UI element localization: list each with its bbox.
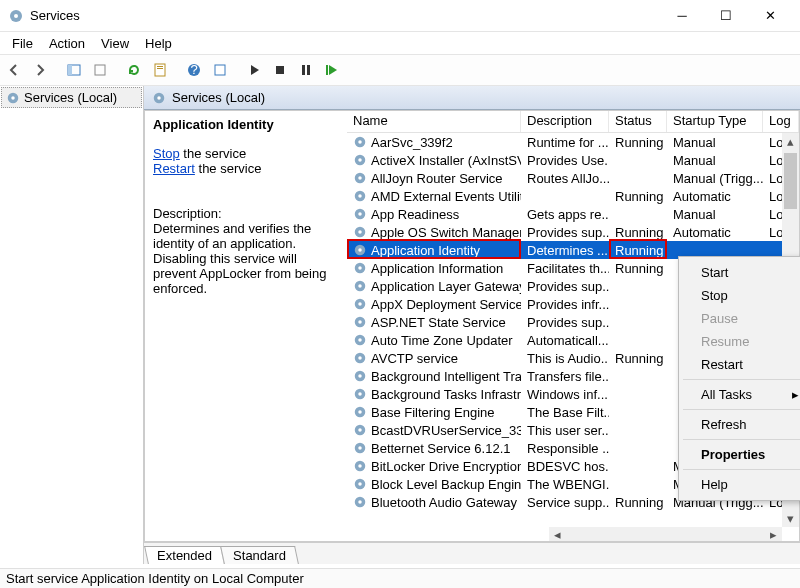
service-row[interactable]: AarSvc_339f2Runtime for ...RunningManual…: [347, 133, 799, 151]
service-row[interactable]: App ReadinessGets apps re...ManualLoc: [347, 205, 799, 223]
gear-icon: [152, 91, 166, 105]
cell-description: Gets apps re...: [521, 207, 609, 222]
show-hide-tree-button[interactable]: [62, 58, 86, 82]
cell-status: Running: [609, 225, 667, 240]
cell-name: AarSvc_339f2: [347, 135, 521, 150]
cell-startup-type: Manual: [667, 135, 763, 150]
restart-button-toolbar[interactable]: [320, 58, 344, 82]
window-title: Services: [30, 8, 660, 23]
ctx-separator: [683, 469, 800, 470]
col-name[interactable]: Name: [347, 111, 521, 132]
svg-point-30: [358, 230, 362, 234]
ctx-pause: Pause: [681, 307, 800, 330]
scroll-thumb[interactable]: [784, 153, 797, 209]
cell-name: Apple OS Switch Manager: [347, 225, 521, 240]
scroll-right-icon[interactable]: ▸: [765, 527, 782, 541]
view-tabs: Extended Standard: [144, 542, 800, 564]
cell-status: Running: [609, 135, 667, 150]
back-button[interactable]: [2, 58, 26, 82]
tab-extended[interactable]: Extended: [144, 546, 225, 564]
ctx-resume: Resume: [681, 330, 800, 353]
ctx-help[interactable]: Help: [681, 473, 800, 496]
ctx-restart[interactable]: Restart: [681, 353, 800, 376]
about-button[interactable]: [208, 58, 232, 82]
toolbar: ?: [0, 54, 800, 86]
service-row[interactable]: ActiveX Installer (AxInstSV)Provides Use…: [347, 151, 799, 169]
gear-icon: [6, 91, 20, 105]
cell-name: AppX Deployment Service (A...: [347, 297, 521, 312]
svg-rect-11: [276, 66, 284, 74]
ctx-stop[interactable]: Stop: [681, 284, 800, 307]
cell-startup-type: Manual (Trigg...: [667, 171, 763, 186]
cell-status: Running: [609, 243, 667, 258]
service-row[interactable]: AMD External Events UtilityRunningAutoma…: [347, 187, 799, 205]
tree-node-services-local[interactable]: Services (Local): [1, 87, 142, 108]
description-text: Determines and verifies the identity of …: [153, 221, 339, 296]
svg-rect-7: [157, 68, 163, 69]
svg-rect-3: [68, 65, 72, 75]
cell-description: Provides sup...: [521, 315, 609, 330]
play-button[interactable]: [242, 58, 266, 82]
col-log-on-as[interactable]: Log: [763, 111, 799, 132]
export-list-button[interactable]: [88, 58, 112, 82]
svg-point-22: [358, 158, 362, 162]
cell-description: This user ser...: [521, 423, 609, 438]
context-menu: Start Stop Pause Resume Restart All Task…: [678, 256, 800, 501]
refresh-button[interactable]: [122, 58, 146, 82]
cell-name: Base Filtering Engine: [347, 405, 521, 420]
chevron-right-icon: ▸: [792, 387, 799, 402]
svg-point-40: [358, 320, 362, 324]
cell-name: App Readiness: [347, 207, 521, 222]
services-icon: [8, 8, 24, 24]
pane-header: Services (Local): [144, 86, 800, 110]
close-button[interactable]: ✕: [748, 2, 792, 30]
menu-file[interactable]: File: [4, 34, 41, 53]
pause-button[interactable]: [294, 58, 318, 82]
tree-pane: Services (Local): [0, 86, 144, 564]
minimize-button[interactable]: ─: [660, 2, 704, 30]
svg-point-42: [358, 338, 362, 342]
ctx-separator: [683, 379, 800, 380]
svg-point-46: [358, 374, 362, 378]
cell-startup-type: Automatic: [667, 189, 763, 204]
menu-help[interactable]: Help: [137, 34, 180, 53]
stop-link[interactable]: Stop: [153, 146, 180, 161]
svg-point-54: [358, 446, 362, 450]
maximize-button[interactable]: ☐: [704, 2, 748, 30]
svg-point-1: [14, 14, 18, 18]
cell-name: Block Level Backup Engine S...: [347, 477, 521, 492]
menu-action[interactable]: Action: [41, 34, 93, 53]
svg-point-28: [358, 212, 362, 216]
restart-link[interactable]: Restart: [153, 161, 195, 176]
scroll-left-icon[interactable]: ◂: [549, 527, 566, 541]
cell-description: BDESVC hos...: [521, 459, 609, 474]
tab-standard[interactable]: Standard: [220, 546, 299, 564]
stop-button[interactable]: [268, 58, 292, 82]
cell-name: AVCTP service: [347, 351, 521, 366]
scroll-down-icon[interactable]: ▾: [782, 510, 799, 527]
col-description[interactable]: Description: [521, 111, 609, 132]
cell-name: Auto Time Zone Updater: [347, 333, 521, 348]
cell-description: Facilitates th...: [521, 261, 609, 276]
ctx-properties[interactable]: Properties: [681, 443, 800, 466]
horizontal-scrollbar[interactable]: ◂ ▸: [549, 527, 782, 541]
properties-button[interactable]: [148, 58, 172, 82]
forward-button[interactable]: [28, 58, 52, 82]
col-startup-type[interactable]: Startup Type: [667, 111, 763, 132]
scroll-up-icon[interactable]: ▴: [782, 133, 799, 150]
help-button[interactable]: ?: [182, 58, 206, 82]
ctx-refresh[interactable]: Refresh: [681, 413, 800, 436]
service-row[interactable]: Apple OS Switch ManagerProvides sup...Ru…: [347, 223, 799, 241]
detail-panel: Application Identity Stop the service Re…: [145, 111, 347, 541]
svg-rect-10: [215, 65, 225, 75]
cell-description: Provides Use...: [521, 153, 609, 168]
ctx-start[interactable]: Start: [681, 261, 800, 284]
svg-point-58: [358, 482, 362, 486]
svg-point-26: [358, 194, 362, 198]
col-status[interactable]: Status: [609, 111, 667, 132]
ctx-all-tasks[interactable]: All Tasks▸: [681, 383, 800, 406]
menu-view[interactable]: View: [93, 34, 137, 53]
service-row[interactable]: AllJoyn Router ServiceRoutes AllJo...Man…: [347, 169, 799, 187]
cell-name: AllJoyn Router Service: [347, 171, 521, 186]
svg-point-18: [157, 96, 161, 100]
